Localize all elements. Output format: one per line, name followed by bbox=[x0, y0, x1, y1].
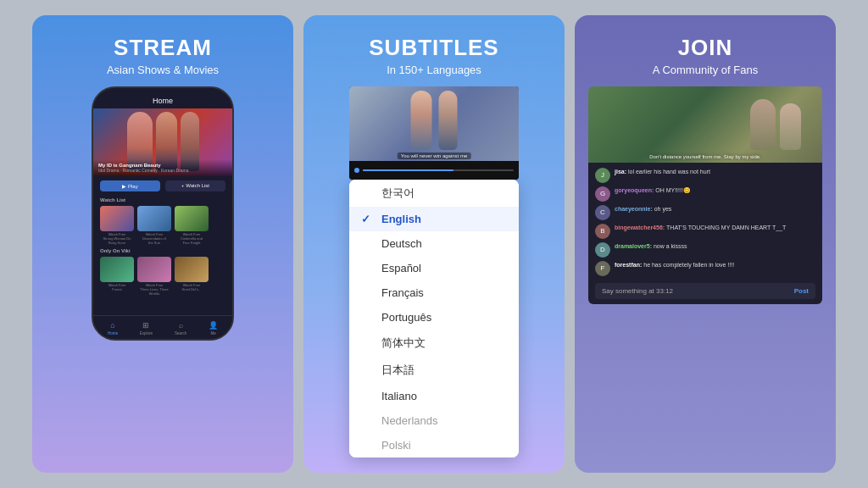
check-english: ✓ bbox=[361, 213, 375, 225]
lang-japanese-label: 日本語 bbox=[381, 363, 415, 378]
lang-espanol[interactable]: Español bbox=[349, 256, 519, 280]
avatar-forestfan: F bbox=[595, 261, 610, 276]
chat-text-3: chaeyeonnie: oh yes bbox=[615, 205, 815, 213]
lang-english[interactable]: ✓ English bbox=[349, 207, 519, 231]
video-scene: You will never win against me bbox=[349, 86, 519, 161]
chat-message-6: F forestfan: he has completely fallen in… bbox=[595, 261, 815, 276]
nav-explore[interactable]: ⊞ Explore bbox=[140, 321, 153, 336]
avatar-goryeoqueen: G bbox=[595, 186, 610, 202]
lang-portugues-label: Português bbox=[381, 311, 431, 324]
lang-korean-label: 한국어 bbox=[381, 186, 415, 201]
nav-explore-label: Explore bbox=[140, 331, 153, 336]
scene-preview: Don't distance yourself from me. Stay by… bbox=[588, 86, 822, 163]
search-icon: ⌕ bbox=[179, 321, 183, 330]
lang-chinese[interactable]: 简体中文 bbox=[349, 330, 519, 357]
nav-search-label: Search bbox=[175, 331, 186, 336]
language-dropdown[interactable]: 한국어 ✓ English Deutsch Español Français bbox=[349, 180, 519, 458]
watch-list-label: Watch List bbox=[93, 196, 232, 204]
phone-thumbnails-2: Watch FreeForest Watch FreeThree Lives, … bbox=[93, 255, 232, 297]
video-caption: You will never win against me bbox=[398, 152, 471, 159]
subtitles-subtitle: In 150+ Languages bbox=[387, 64, 481, 76]
lang-italiano[interactable]: Italiano bbox=[349, 384, 519, 408]
drama-chars bbox=[411, 91, 458, 150]
lang-portugues[interactable]: Português bbox=[349, 305, 519, 330]
lang-francais[interactable]: Français bbox=[349, 280, 519, 305]
join-title: JOIN bbox=[678, 36, 733, 60]
phone-thumbnails-1: Watch FreeStrong Woman DoBong Soon Watch… bbox=[93, 204, 232, 247]
thumb-6 bbox=[175, 257, 209, 282]
video-controls[interactable] bbox=[349, 161, 519, 180]
thumb-label-4: Watch FreeForest bbox=[100, 283, 134, 291]
chat-container: J jisa: lol earlier his hand was not hur… bbox=[588, 163, 822, 304]
thumb-1 bbox=[100, 206, 134, 231]
nav-me[interactable]: 👤 Me bbox=[209, 321, 218, 336]
avatar-dramalover: D bbox=[595, 242, 610, 258]
lang-italiano-label: Italiano bbox=[381, 390, 417, 402]
post-button[interactable]: Post bbox=[794, 287, 809, 295]
phone-actions: ▶ Play + Watch List bbox=[93, 176, 232, 196]
subtitles-content: You will never win against me 한국어 ✓ Engl… bbox=[317, 86, 551, 458]
chat-message-4: B bingewatcher456: THAT'S TOUCHING MY DA… bbox=[595, 224, 815, 239]
lang-english-label: English bbox=[381, 213, 421, 225]
couple-left-silhouette bbox=[750, 99, 776, 150]
phone-hero-overlay: My ID is Gangnam Beauty Idol Drama · Rom… bbox=[93, 159, 232, 176]
chat-text-2: goryeoqueen: OH MY!!!!!😊 bbox=[615, 186, 815, 194]
username-goryeoqueen: goryeoqueen: bbox=[615, 187, 655, 193]
thumb-item-5[interactable]: Watch FreeThree Lives, ThreeWorlds bbox=[137, 257, 171, 296]
couple-right-silhouette bbox=[780, 103, 801, 150]
avatar-chaeyeonnie: C bbox=[595, 205, 610, 220]
nav-home[interactable]: ⌂ Home bbox=[108, 321, 118, 336]
lang-japanese[interactable]: 日本語 bbox=[349, 357, 519, 384]
phone-hero-genre: Idol Drama · Romantic Comedy · Korean Dr… bbox=[98, 168, 227, 173]
chat-message-5: D dramalover5: now a kissss bbox=[595, 242, 815, 258]
thumb-label-3: Watch FreeCinderella andFour Knight bbox=[175, 232, 209, 245]
lang-polski[interactable]: Polski bbox=[349, 433, 519, 458]
username-forestfan: forestfan: bbox=[615, 262, 643, 268]
thumb-item-2[interactable]: Watch FreeDescendants ofthe Sun bbox=[137, 206, 171, 245]
progress-bar[interactable] bbox=[363, 169, 514, 171]
phone-nav: ⌂ Home ⊞ Explore ⌕ Search 👤 Me bbox=[93, 315, 232, 339]
lang-nederlands[interactable]: Nederlands bbox=[349, 408, 519, 433]
chat-input-bar[interactable]: Say something at 33:12 Post bbox=[595, 283, 815, 299]
join-panel: JOIN A Community of Fans Don't distance … bbox=[575, 15, 836, 473]
phone-notch bbox=[146, 88, 180, 95]
thumb-item-1[interactable]: Watch FreeStrong Woman DoBong Soon bbox=[100, 206, 134, 245]
nav-search[interactable]: ⌕ Search bbox=[175, 321, 186, 336]
stream-title: STREAM bbox=[114, 36, 212, 60]
play-button[interactable]: ▶ Play bbox=[100, 180, 160, 191]
thumb-5 bbox=[137, 257, 171, 282]
chat-text-1: jisa: lol earlier his hand was not hurt bbox=[615, 168, 815, 175]
lang-chinese-label: 简体中文 bbox=[381, 336, 426, 351]
scene-caption: Don't distance yourself from me. Stay by… bbox=[649, 154, 761, 159]
join-content: Don't distance yourself from me. Stay by… bbox=[588, 86, 822, 304]
thumb-2 bbox=[137, 206, 171, 231]
thumb-item-3[interactable]: Watch FreeCinderella andFour Knight bbox=[175, 206, 209, 245]
phone-hero: My ID is Gangnam Beauty Idol Drama · Rom… bbox=[93, 108, 232, 176]
video-frame: You will never win against me bbox=[349, 86, 519, 180]
thumb-item-4[interactable]: Watch FreeForest bbox=[100, 257, 134, 296]
username-dramalover: dramalover5: bbox=[615, 243, 654, 249]
nav-home-label: Home bbox=[108, 331, 118, 336]
phone-mockup: Home My ID is Gangnam Beauty Idol Drama … bbox=[92, 86, 234, 341]
avatar-bingewatcher: B bbox=[595, 224, 610, 239]
username-bingewatcher: bingewatcher456: bbox=[615, 225, 666, 230]
subtitles-title: SUBTITLES bbox=[369, 36, 498, 60]
home-icon: ⌂ bbox=[110, 321, 114, 330]
chat-text-5: dramalover5: now a kissss bbox=[615, 242, 815, 250]
watchlist-button[interactable]: + Watch List bbox=[165, 180, 225, 191]
lang-deutsch[interactable]: Deutsch bbox=[349, 231, 519, 256]
chat-message-2: G goryeoqueen: OH MY!!!!!😊 bbox=[595, 186, 815, 202]
thumb-label-5: Watch FreeThree Lives, ThreeWorlds bbox=[137, 283, 171, 296]
thumb-3 bbox=[175, 206, 209, 231]
thumb-item-6[interactable]: Watch FreeHotel Del L... bbox=[175, 257, 209, 296]
lang-nederlands-label: Nederlands bbox=[381, 414, 438, 427]
chat-message-1: J jisa: lol earlier his hand was not hur… bbox=[595, 168, 815, 183]
lang-francais-label: Français bbox=[381, 286, 424, 299]
chat-input-placeholder[interactable]: Say something at 33:12 bbox=[602, 287, 794, 295]
lang-korean[interactable]: 한국어 bbox=[349, 180, 519, 207]
lang-espanol-label: Español bbox=[381, 262, 421, 274]
progress-fill bbox=[363, 169, 453, 171]
thumb-4 bbox=[100, 257, 134, 282]
stream-subtitle: Asian Shows & Movies bbox=[107, 64, 219, 76]
chat-text-6: forestfan: he has completely fallen in l… bbox=[615, 261, 815, 269]
